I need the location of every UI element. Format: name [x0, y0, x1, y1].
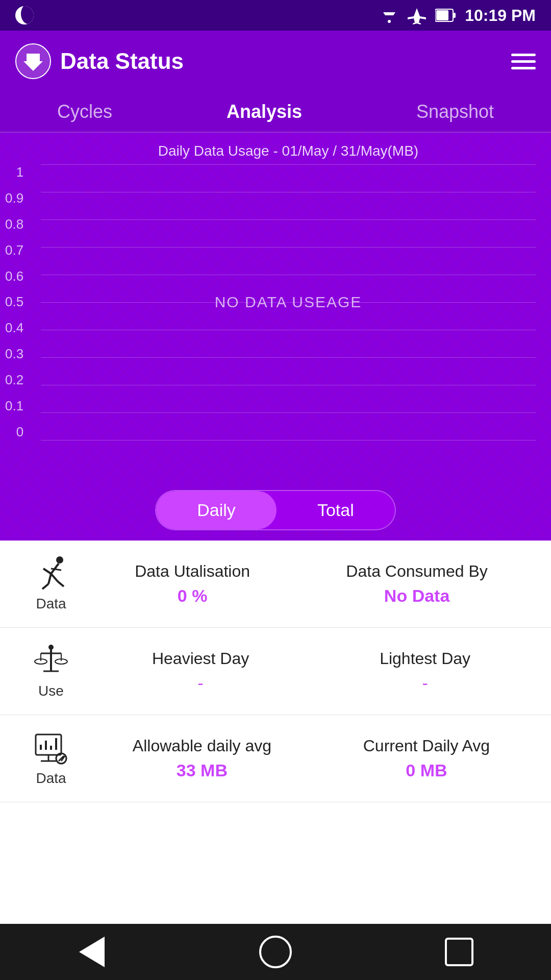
y-label-03: 0.3	[5, 346, 23, 362]
svg-rect-4	[453, 13, 456, 18]
back-button[interactable]	[71, 932, 112, 972]
status-bar: 10:19 PM	[0, 0, 551, 31]
stat-item-lightest: Lightest Day -	[380, 649, 470, 693]
chart-title: Daily Data Usage - 01/May / 31/May(MB)	[41, 143, 536, 159]
y-label-04: 0.4	[5, 320, 23, 336]
toggle-container: Daily Total	[155, 490, 395, 530]
stat-icon-label-1: Data	[36, 596, 66, 612]
stat-item-current-avg: Current Daily Avg 0 MB	[363, 737, 490, 780]
stat-data-col-3: Allowable daily avg 33 MB Current Daily …	[87, 737, 536, 780]
stat-value-consumed: No Data	[384, 586, 449, 606]
status-time: 10:19 PM	[465, 6, 536, 25]
recents-icon	[445, 938, 473, 966]
stat-data-col-2: Heaviest Day - Lightest Day -	[87, 649, 536, 693]
status-icons: 10:19 PM	[380, 6, 536, 25]
y-label-08: 0.8	[5, 216, 23, 232]
svg-rect-23	[36, 734, 61, 755]
y-label-02: 0.2	[5, 372, 23, 388]
stat-item-allowable: Allowable daily avg 33 MB	[133, 737, 271, 780]
stat-item-consumed: Data Consumed By No Data	[346, 562, 487, 606]
stat-icon-col-3: Data	[15, 730, 87, 787]
hamburger-line-2	[511, 60, 536, 63]
stats-section: Data Data Utalisation 0 % Data Consumed …	[0, 541, 551, 802]
y-label-0: 0	[16, 424, 23, 440]
status-bar-left	[15, 6, 34, 24]
y-label-1: 1	[16, 164, 23, 180]
stat-row-days: Use Heaviest Day - Lightest Day -	[0, 628, 551, 715]
toggle-total-button[interactable]: Total	[277, 491, 395, 529]
nav-bar	[0, 924, 551, 980]
stat-item-utilisation: Data Utalisation 0 %	[135, 562, 250, 606]
stat-label-current-avg: Current Daily Avg	[363, 737, 490, 755]
y-label-07: 0.7	[5, 242, 23, 258]
figure-icon	[33, 556, 69, 592]
hamburger-line-1	[511, 54, 536, 56]
scale-icon	[33, 643, 69, 679]
back-icon	[79, 937, 105, 967]
toggle-daily-button[interactable]: Daily	[156, 491, 277, 529]
stat-value-utilisation: 0 %	[178, 586, 208, 606]
svg-line-12	[51, 574, 58, 581]
stat-value-current-avg: 0 MB	[406, 761, 447, 780]
stat-value-lightest: -	[422, 673, 428, 693]
stat-label-lightest: Lightest Day	[380, 649, 470, 668]
no-data-label: NO DATA USEAGE	[41, 293, 536, 311]
stat-value-allowable: 33 MB	[177, 761, 228, 780]
wifi-icon	[380, 6, 398, 24]
home-button[interactable]	[255, 932, 296, 972]
stat-label-consumed: Data Consumed By	[346, 562, 487, 581]
stat-label-allowable: Allowable daily avg	[133, 737, 271, 755]
tab-snapshot[interactable]: Snapshot	[401, 96, 509, 128]
battery-icon	[435, 8, 456, 22]
svg-point-2	[388, 20, 391, 23]
svg-line-10	[48, 574, 51, 584]
hamburger-line-3	[511, 67, 536, 69]
svg-rect-5	[436, 10, 448, 20]
header-logo: Data Status	[15, 43, 511, 79]
app-title: Data Status	[60, 48, 184, 74]
tab-analysis[interactable]: Analysis	[211, 96, 317, 128]
toggle-row: Daily Total	[0, 480, 551, 541]
nav-tabs: Cycles Analysis Snapshot	[0, 92, 551, 133]
stat-icon-col-1: Data	[15, 556, 87, 612]
stat-row-avg: Data Allowable daily avg 33 MB Current D…	[0, 715, 551, 802]
stat-icon-label-2: Use	[38, 683, 64, 699]
y-label-05: 0.5	[5, 294, 23, 310]
stat-data-col-1: Data Utalisation 0 % Data Consumed By No…	[87, 562, 536, 606]
y-label-01: 0.1	[5, 398, 23, 414]
stat-label-heaviest: Heaviest Day	[152, 649, 249, 668]
download-icon	[15, 43, 51, 79]
stat-icon-label-3: Data	[36, 770, 66, 787]
stat-row-utilisation: Data Data Utalisation 0 % Data Consumed …	[0, 541, 551, 628]
stat-value-heaviest: -	[197, 673, 203, 693]
hamburger-menu[interactable]	[511, 54, 536, 69]
stat-icon-col-2: Use	[15, 643, 87, 699]
stat-item-heaviest: Heaviest Day -	[152, 649, 249, 693]
y-label-06: 0.6	[5, 268, 23, 284]
chart-y-labels: 1 0.9 0.8 0.7 0.6 0.5 0.4 0.3 0.2 0.1 0	[5, 164, 23, 440]
app-header: Data Status	[0, 31, 551, 92]
tab-cycles[interactable]: Cycles	[42, 96, 128, 128]
chart-inner: 1 0.9 0.8 0.7 0.6 0.5 0.4 0.3 0.2 0.1 0	[41, 164, 536, 440]
svg-line-13	[58, 581, 64, 586]
chart-section: Daily Data Usage - 01/May / 31/May(MB) 1…	[0, 133, 551, 480]
svg-point-7	[56, 556, 63, 564]
svg-line-11	[42, 584, 48, 589]
chart-icon	[33, 730, 69, 766]
home-icon	[259, 936, 292, 968]
crescent-moon-icon	[15, 6, 34, 24]
stat-label-utilisation: Data Utalisation	[135, 562, 250, 581]
svg-line-14	[51, 569, 61, 570]
y-label-09: 0.9	[5, 190, 23, 206]
svg-line-9	[43, 569, 51, 574]
airplane-icon	[408, 6, 426, 24]
recents-button[interactable]	[439, 932, 480, 972]
